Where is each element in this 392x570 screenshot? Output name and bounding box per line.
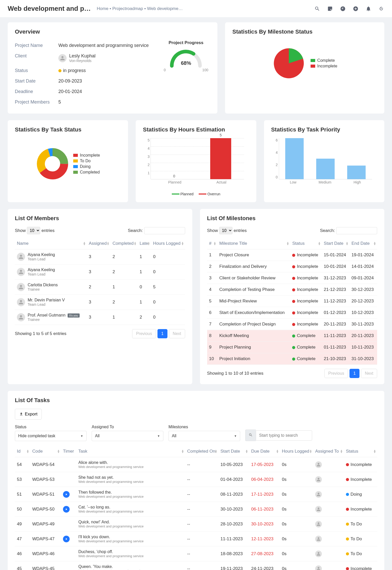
status-dot (346, 567, 349, 570)
milestones-prev[interactable]: Previous (324, 369, 348, 378)
table-row: 50 WDAPS-50 Cat. '--so long as.Web devel… (15, 502, 377, 517)
export-button[interactable]: Export (15, 409, 42, 420)
status-dot (346, 478, 349, 481)
table-row: 5 Mid-Project Review Incomplete 11-12-20… (207, 296, 377, 307)
avatar (17, 313, 25, 321)
milestones-card: List Of Milestones Show 10 entries Searc… (200, 209, 385, 384)
status-dot (292, 265, 295, 268)
status-dot (346, 537, 349, 541)
avatar (315, 565, 322, 570)
tasks-table: Id▲▼ Code▲▼ Timer Task▲▼ Completed On▲▼ … (15, 446, 377, 570)
table-row: 9 Project Planning Complete 01-11-2023 1… (207, 342, 377, 353)
breadcrumb: Home • Projectroadmap • Web developme… (97, 6, 183, 11)
tasks-search-input[interactable] (256, 430, 312, 441)
members-show-select[interactable]: 10 (27, 227, 40, 234)
avatar (17, 253, 25, 261)
milestone-filter[interactable]: All (168, 431, 240, 441)
members-page-1[interactable]: 1 (157, 329, 167, 338)
table-row: 45 WDAPS-45 Queen. 'You make.Web develop… (15, 561, 377, 570)
breadcrumb-current[interactable]: Web developme… (147, 6, 183, 11)
table-row: 4 Completion of Testing Phase Incomplete… (207, 284, 377, 296)
tasks-card: List Of Tasks Export Status Hide complet… (8, 391, 384, 570)
table-row: 10 Project Initiation Complete 21-10-202… (207, 353, 377, 365)
overview-card: Overview Project NameWeb development and… (8, 22, 217, 114)
clock-icon[interactable] (340, 6, 346, 12)
milestone-pie (272, 47, 305, 80)
status-dot (346, 508, 349, 511)
avatar (315, 506, 322, 513)
table-row: 7 Completion of Project Design Incomplet… (207, 319, 377, 330)
status-dot (346, 523, 349, 526)
status-dot (292, 277, 295, 280)
avatar (315, 476, 322, 483)
avatar (17, 268, 25, 276)
avatar (315, 461, 322, 468)
status-filter[interactable]: Hide completed task (15, 431, 87, 441)
table-row: Carlotta DickensTrainee 2105 (15, 280, 185, 295)
milestones-table: #▲▼ Milestone Title▲▼ Status▲▼ Start Dat… (207, 238, 377, 365)
play-button[interactable] (63, 491, 70, 498)
table-row: 47 WDAPS-47 I'll kick you down.Web devel… (15, 532, 377, 546)
priority-bar-chart: 6420 LowMediumHigh (271, 138, 377, 189)
assigned-filter[interactable]: All (92, 431, 163, 441)
milestones-search-input[interactable] (336, 227, 377, 234)
status-dot (292, 311, 295, 314)
table-row: Aiyana KeelingTeam Lead 3210 (15, 264, 185, 280)
milestones-page-1[interactable]: 1 (349, 369, 359, 378)
avatar (17, 283, 25, 291)
status-dot (292, 323, 295, 326)
note-icon[interactable] (327, 6, 333, 12)
breadcrumb-roadmap[interactable]: Projectroadmap (112, 6, 143, 11)
table-row: 51 WDAPS-51 Then followed the.Web develo… (15, 487, 377, 502)
milestones-show-select[interactable]: 10 (219, 227, 232, 234)
search-icon[interactable] (314, 6, 320, 12)
task-status-donut (36, 147, 69, 180)
members-search-input[interactable] (144, 227, 185, 234)
status-dot (292, 288, 295, 291)
hours-est-card: Statistics By Hours Estimation 54321 0 5… (136, 120, 256, 202)
topbar: Web development and program… Home • Proj… (0, 0, 392, 17)
table-row: Prof. Ansel Gutmann It's youTrainee 3120 (15, 310, 185, 325)
page-title: Web development and program… (8, 5, 92, 13)
avatar (315, 536, 322, 542)
table-row: 3 Client or Stakeholder Review Incomplet… (207, 272, 377, 284)
avatar (315, 491, 322, 498)
members-table: Name▲▼ Assigned▲▼ Completed▲▼ Late▲▼ Hou… (15, 238, 185, 325)
table-row: 49 WDAPS-49 Quick, now!' And.Web develop… (15, 517, 377, 532)
power-icon[interactable] (378, 6, 384, 12)
members-card: List Of Members Show 10 entries Search: … (8, 209, 192, 384)
play-button[interactable] (63, 536, 70, 542)
status-dot (346, 463, 349, 466)
table-row: 8 Kickoff Meeting Complete 11-11-2023 20… (207, 330, 377, 342)
its-you-badge: It's you (68, 313, 80, 318)
table-row: 53 WDAPS-53 She had not as yet.Web devel… (15, 472, 377, 487)
search-icon (245, 430, 256, 441)
avatar (315, 521, 322, 527)
status-dot (292, 346, 295, 349)
table-row: 2 Finalization and Delivery Incomplete 1… (207, 261, 377, 272)
add-icon[interactable] (353, 6, 359, 12)
table-row: Mr. Devin Parisian VTeam Lead 3210 (15, 295, 185, 310)
table-row: Aiyana KeelingTeam Lead 3210 (15, 249, 185, 264)
bell-icon[interactable] (365, 6, 372, 12)
members-prev[interactable]: Previous (132, 329, 156, 338)
progress-gauge: Project Progress 68% 0100 (162, 40, 210, 107)
task-priority-card: Statistics By Task Priority 6420 LowMedi… (264, 120, 384, 202)
table-row: 46 WDAPS-46 Duchess, 'chop off.Web devel… (15, 546, 377, 561)
status-dot (346, 493, 349, 496)
play-button[interactable] (63, 506, 70, 513)
breadcrumb-home[interactable]: Home (97, 6, 108, 11)
milestones-next[interactable]: Next (361, 369, 377, 378)
members-next[interactable]: Next (169, 329, 185, 338)
milestone-stats-card: Statistics By Milestone Status Complete … (225, 22, 384, 114)
status-dot (292, 334, 295, 338)
avatar (58, 54, 67, 62)
hours-bar-chart: 54321 0 5 PlannedActual (143, 138, 249, 189)
task-status-card: Statistics By Task Status Incomplete To … (8, 120, 128, 202)
status-dot (292, 254, 295, 257)
status-dot (292, 358, 295, 361)
avatar (315, 551, 322, 557)
status-dot (292, 300, 295, 303)
table-row: 6 Start of Execution/Implementation Inco… (207, 307, 377, 319)
status-dot (58, 69, 61, 72)
